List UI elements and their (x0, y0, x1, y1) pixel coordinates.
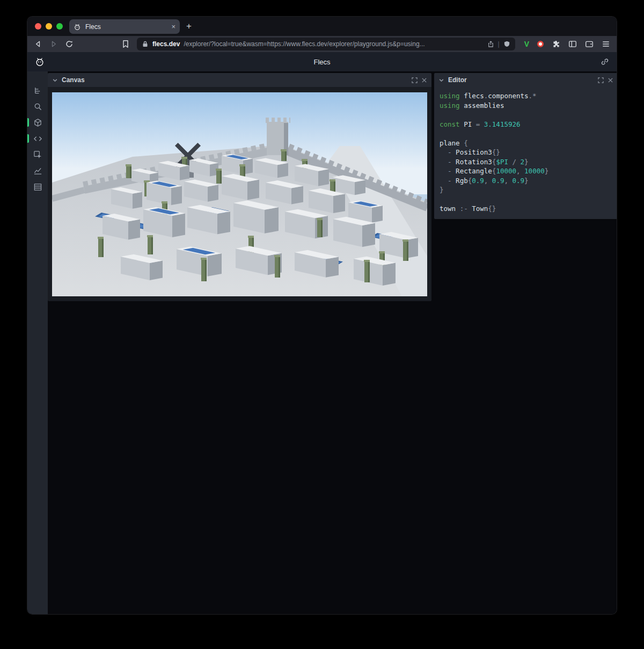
browser-window: Flecs × + flecs.dev/explorer/?local=true… (27, 16, 617, 615)
window-controls (35, 23, 63, 30)
left-rail (27, 71, 48, 615)
rail-inspect-icon[interactable] (27, 147, 48, 163)
close-icon[interactable] (608, 77, 613, 83)
tab-bar: Flecs × + (27, 17, 617, 36)
url-host: flecs.dev (152, 40, 180, 48)
zoom-button[interactable] (56, 23, 63, 30)
shield-icon[interactable] (503, 40, 510, 48)
extension-red-icon[interactable] (537, 41, 544, 47)
forward-icon[interactable] (49, 40, 58, 48)
editor-code[interactable]: using flecs.components.*using assemblies… (434, 87, 617, 219)
code-line: const PI = 3.1415926 (440, 120, 612, 129)
close-icon[interactable] (421, 77, 427, 83)
canvas-panel-body (48, 87, 431, 301)
back-icon[interactable] (34, 40, 42, 48)
code-line (440, 110, 612, 120)
code-line: - Position3{} (440, 148, 612, 157)
explorer-body: Canvas (27, 71, 617, 615)
chevron-down-icon[interactable] (52, 77, 58, 83)
rail-stats-chart-icon[interactable] (27, 163, 48, 179)
active-indicator (27, 134, 29, 143)
toolbar-extensions: V (524, 40, 610, 48)
chevron-down-icon[interactable] (438, 77, 444, 83)
extension-v-icon[interactable]: V (524, 40, 529, 48)
canvas-3d-scene[interactable] (52, 92, 427, 296)
reload-icon[interactable] (65, 40, 74, 48)
editor-panel-title: Editor (448, 76, 467, 84)
permalink-icon[interactable] (601, 57, 609, 66)
rail-search-icon[interactable] (27, 98, 48, 114)
fullscreen-icon[interactable] (598, 77, 604, 83)
bookmark-icon[interactable] (121, 40, 130, 48)
code-line: using flecs.components.* (440, 91, 612, 101)
page-title: Flecs (27, 58, 617, 66)
rail-entities-cube-icon[interactable] (27, 114, 48, 130)
code-line (440, 129, 612, 138)
flecs-logo-icon[interactable] (35, 57, 45, 67)
puzzle-icon[interactable] (552, 40, 560, 48)
code-line: - Rectangle{10000, 10000} (440, 166, 612, 176)
editor-panel-header: Editor (434, 73, 617, 87)
wallet-icon[interactable] (585, 40, 594, 48)
editor-panel: Editor using flecs.components.*using ass… (434, 73, 617, 219)
close-button[interactable] (35, 23, 41, 30)
tab-title: Flecs (85, 23, 167, 31)
minimize-button[interactable] (46, 23, 52, 30)
rail-code-icon[interactable] (27, 130, 48, 147)
menu-icon[interactable] (602, 40, 610, 48)
sidebar-icon[interactable] (568, 40, 577, 48)
active-indicator (27, 118, 29, 127)
canvas-panel-header: Canvas (48, 73, 431, 87)
browser-tab[interactable]: Flecs × (69, 19, 180, 34)
url-path: /explorer/?local=true&wasm=https://www.f… (184, 40, 483, 48)
code-line: - Rotation3{$PI / 2} (440, 157, 612, 167)
rail-tables-icon[interactable] (27, 179, 48, 195)
code-line (440, 195, 612, 205)
lock-icon (142, 40, 149, 48)
canvas-panel-title: Canvas (62, 76, 85, 84)
panel-area: Canvas (48, 71, 617, 615)
code-line: - Rgb{0.9, 0.9, 0.9} (440, 176, 612, 186)
new-tab-button[interactable]: + (186, 21, 192, 31)
fullscreen-icon[interactable] (412, 77, 418, 83)
app-header: Flecs (27, 52, 617, 71)
code-line: plane { (440, 138, 612, 148)
share-icon[interactable] (487, 40, 494, 48)
code-line: } (440, 185, 612, 195)
urlbar-divider: | (498, 40, 500, 48)
flecs-favicon-icon (74, 23, 81, 31)
canvas-panel: Canvas (48, 73, 431, 301)
rail-tree-icon[interactable] (27, 82, 48, 98)
url-bar[interactable]: flecs.dev/explorer/?local=true&wasm=http… (137, 38, 515, 50)
tab-close-icon[interactable]: × (171, 23, 175, 30)
code-line: using assemblies (440, 101, 612, 111)
nav-toolbar: flecs.dev/explorer/?local=true&wasm=http… (27, 36, 617, 52)
code-line: town :- Town{} (440, 204, 612, 214)
